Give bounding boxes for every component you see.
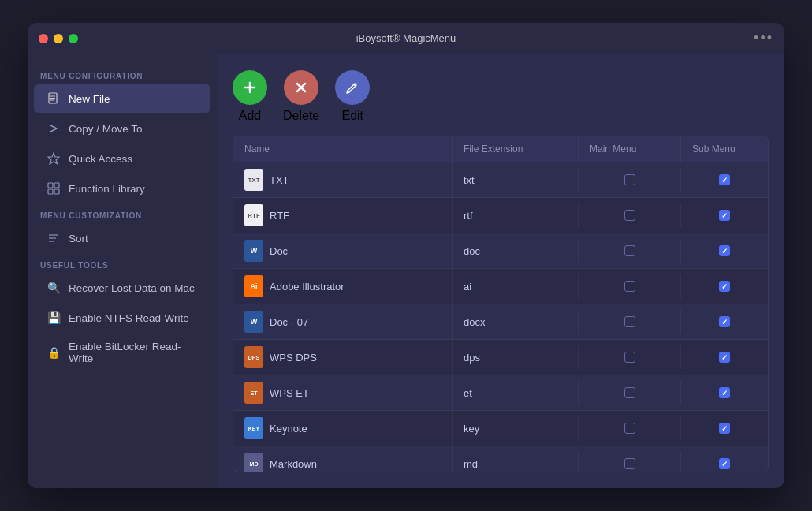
table-row[interactable]: DPSWPS DPSdps: [233, 340, 768, 375]
enable-ntfs-icon: 💾: [47, 311, 61, 325]
cell-extension: doc: [453, 239, 579, 263]
main-menu-checkbox[interactable]: [624, 458, 635, 469]
table-row[interactable]: KEYKeynotekey: [233, 411, 768, 446]
sub-menu-checkbox[interactable]: [719, 245, 730, 256]
cell-sub-menu[interactable]: [681, 203, 768, 227]
cell-main-menu[interactable]: [579, 416, 681, 440]
file-type-icon: Ai: [244, 275, 263, 297]
sub-menu-checkbox[interactable]: [719, 210, 730, 221]
toolbar: Add Delete: [233, 70, 769, 123]
cell-main-menu[interactable]: [579, 203, 681, 227]
cell-name: TXTTXT: [233, 162, 453, 197]
table-row[interactable]: MDMarkdownmd: [233, 446, 768, 472]
sidebar-item-sort[interactable]: Sort: [34, 224, 210, 252]
file-name: RTF: [270, 210, 289, 222]
recover-lost-label: Recover Lost Data on Mac: [69, 282, 195, 294]
close-button[interactable]: [39, 34, 48, 43]
file-name: Doc: [270, 245, 288, 257]
file-type-icon: W: [244, 240, 263, 262]
col-sub-menu: Sub Menu: [681, 136, 768, 162]
svg-rect-7: [48, 189, 53, 194]
edit-label: Edit: [341, 109, 363, 123]
cell-sub-menu[interactable]: [681, 239, 768, 263]
cell-sub-menu[interactable]: [681, 168, 768, 192]
delete-label: Delete: [283, 109, 319, 123]
cell-main-menu[interactable]: [579, 310, 681, 334]
sub-menu-checkbox[interactable]: [719, 352, 730, 363]
cell-sub-menu[interactable]: [681, 274, 768, 298]
section-tools-label: Useful Tools: [28, 253, 217, 273]
cell-sub-menu[interactable]: [681, 310, 768, 334]
section-config-label: Menu Configuration: [28, 64, 217, 84]
main-menu-checkbox[interactable]: [624, 316, 635, 327]
cell-main-menu[interactable]: [579, 168, 681, 192]
cell-main-menu[interactable]: [579, 274, 681, 298]
sidebar-item-copy-move[interactable]: Copy / Move To: [34, 114, 210, 143]
svg-rect-8: [54, 189, 59, 194]
main-menu-checkbox[interactable]: [624, 174, 635, 185]
main-content: Menu Configuration New File: [28, 54, 784, 488]
file-type-icon: KEY: [244, 417, 263, 439]
maximize-button[interactable]: [69, 34, 78, 43]
cell-extension: et: [453, 381, 579, 405]
add-circle: [233, 70, 267, 105]
file-type-icon: RTF: [244, 204, 263, 226]
sort-icon: [47, 231, 61, 245]
sidebar-item-quick-access[interactable]: Quick Access: [34, 144, 210, 173]
file-type-icon: MD: [244, 453, 263, 472]
minimize-button[interactable]: [54, 34, 63, 43]
quick-access-icon: [47, 151, 61, 166]
file-name: Keynote: [270, 423, 307, 435]
section-customization-label: Menu Customization: [28, 203, 217, 223]
add-button[interactable]: Add: [233, 70, 267, 123]
sidebar-item-enable-ntfs[interactable]: 💾 Enable NTFS Read-Write: [34, 304, 210, 332]
cell-sub-menu[interactable]: [681, 345, 768, 369]
sidebar-item-function-library[interactable]: Function Library: [34, 174, 210, 203]
cell-name: ETWPS ET: [233, 375, 453, 410]
table-row[interactable]: RTFRTFrtf: [233, 198, 768, 233]
table-row[interactable]: AiAdobe Illustratorai: [233, 269, 768, 304]
cell-extension: txt: [453, 168, 579, 192]
file-name: WPS DPS: [270, 352, 317, 364]
file-table: Name File Extension Main Menu Sub Menu T…: [233, 136, 769, 472]
file-name: Doc - 07: [270, 316, 308, 328]
sidebar-item-recover-lost[interactable]: 🔍 Recover Lost Data on Mac: [34, 274, 210, 302]
cell-main-menu[interactable]: [579, 239, 681, 263]
file-name: Adobe Illustrator: [270, 281, 345, 293]
cell-name: WDoc: [233, 233, 453, 268]
main-menu-checkbox[interactable]: [624, 387, 635, 398]
table-row[interactable]: WDoc - 07docx: [233, 304, 768, 340]
main-menu-checkbox[interactable]: [624, 245, 635, 256]
cell-sub-menu[interactable]: [681, 452, 768, 472]
cell-main-menu[interactable]: [579, 345, 681, 369]
sub-menu-checkbox[interactable]: [719, 458, 730, 469]
new-file-label: New File: [69, 93, 110, 105]
cell-sub-menu[interactable]: [681, 381, 768, 405]
sub-menu-checkbox[interactable]: [719, 316, 730, 327]
more-options-icon[interactable]: •••: [754, 30, 773, 47]
main-menu-checkbox[interactable]: [624, 210, 635, 221]
main-panel: Add Delete: [217, 54, 784, 488]
main-menu-checkbox[interactable]: [624, 423, 635, 434]
sub-menu-checkbox[interactable]: [719, 423, 730, 434]
titlebar: iBoysoft® MagicMenu •••: [28, 23, 784, 54]
delete-button[interactable]: Delete: [283, 70, 319, 123]
main-menu-checkbox[interactable]: [624, 281, 635, 292]
cell-main-menu[interactable]: [579, 452, 681, 472]
enable-bitlocker-label: Enable BitLocker Read-Write: [69, 341, 198, 364]
table-row[interactable]: WDocdoc: [233, 233, 768, 269]
main-menu-checkbox[interactable]: [624, 352, 635, 363]
table-row[interactable]: TXTTXTtxt: [233, 162, 768, 198]
col-main-menu: Main Menu: [579, 136, 681, 162]
cell-main-menu[interactable]: [579, 381, 681, 405]
cell-extension: md: [453, 452, 579, 472]
sub-menu-checkbox[interactable]: [719, 387, 730, 398]
sidebar-item-new-file[interactable]: New File: [34, 84, 210, 113]
cell-name: RTFRTF: [233, 198, 453, 233]
table-row[interactable]: ETWPS ETet: [233, 375, 768, 411]
cell-sub-menu[interactable]: [681, 416, 768, 440]
sub-menu-checkbox[interactable]: [719, 281, 730, 292]
edit-button[interactable]: Edit: [335, 70, 370, 123]
sidebar-item-enable-bitlocker[interactable]: 🔒 Enable BitLocker Read-Write: [34, 334, 210, 371]
sub-menu-checkbox[interactable]: [719, 174, 730, 185]
